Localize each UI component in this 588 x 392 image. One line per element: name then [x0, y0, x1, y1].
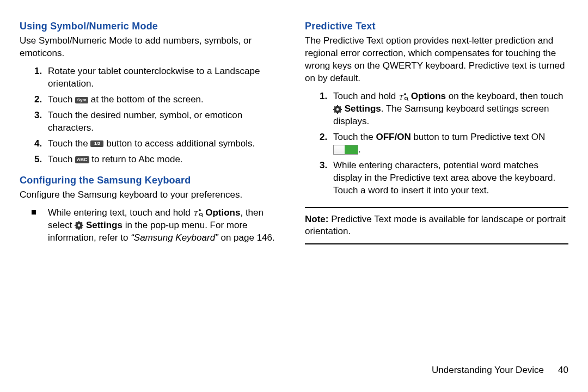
- step-5: Touch ABC to return to Abc mode.: [45, 154, 283, 166]
- steps-symbol-mode: Rotate your tablet counterclockwise to a…: [20, 65, 283, 166]
- step-5-text-b: to return to Abc mode.: [89, 154, 183, 164]
- step-4: Touch the 1/2 button to access additiona…: [45, 138, 283, 150]
- svg-rect-19: [337, 112, 338, 114]
- svg-rect-18: [337, 105, 338, 107]
- half-key-icon: 1/2: [90, 140, 103, 147]
- bullet-text-e: on page 146.: [218, 232, 275, 243]
- step-3: Touch the desired number, symbol, or emo…: [45, 109, 283, 134]
- svg-rect-21: [340, 109, 342, 110]
- note-body: Predictive Text mode is available for la…: [305, 214, 566, 237]
- options-label: Options: [411, 91, 446, 101]
- svg-rect-5: [78, 221, 79, 223]
- footer-section: Understanding Your Device: [432, 364, 544, 377]
- on-switch-icon: [333, 145, 358, 155]
- manual-page: Using Symbol/Numeric Mode Use Symbol/Num…: [0, 0, 588, 392]
- left-column: Using Symbol/Numeric Mode Use Symbol/Num…: [20, 20, 283, 360]
- settings-label: Settings: [86, 220, 122, 230]
- pt-s2-a: Touch the: [333, 132, 376, 142]
- svg-text:T: T: [194, 209, 198, 217]
- config-keyboard-bullets: While entering text, touch and hold T Op…: [20, 207, 283, 244]
- svg-point-14: [405, 97, 408, 100]
- settings-label: Settings: [345, 103, 381, 114]
- offon-label: OFF/ON: [376, 132, 411, 142]
- step-2-text-b: at the bottom of the screen.: [88, 94, 204, 105]
- svg-rect-20: [333, 109, 335, 110]
- note-label: Note:: [305, 214, 328, 224]
- pt-s2-c: .: [358, 144, 361, 155]
- svg-line-15: [407, 99, 408, 100]
- bullet-text-c: in the pop-up menu.: [122, 220, 210, 230]
- intro-predictive-text: The Predictive Text option provides next…: [305, 35, 568, 85]
- pt-step-3: While entering characters, potential wor…: [330, 160, 568, 197]
- heading-config-keyboard: Configuring the Samsung Keyboard: [20, 174, 283, 187]
- intro-config-keyboard: Configure the Samsung keyboard to your p…: [20, 189, 283, 201]
- svg-rect-7: [75, 225, 76, 226]
- svg-line-2: [201, 216, 203, 217]
- gear-icon: [75, 221, 83, 230]
- config-bullet: While entering text, touch and hold T Op…: [45, 207, 283, 244]
- svg-text:T: T: [399, 93, 403, 101]
- options-icon: T: [193, 209, 203, 217]
- right-column: Predictive Text The Predictive Text opti…: [305, 20, 568, 360]
- sym-key-icon: Sym: [75, 97, 88, 103]
- steps-predictive-text: Touch and hold T Options on the keyboard…: [305, 90, 568, 197]
- options-icon: T: [399, 93, 408, 101]
- step-4-text-b: button to access additional symbols.: [103, 138, 255, 149]
- heading-predictive-text: Predictive Text: [305, 20, 568, 33]
- options-label: Options: [205, 207, 240, 218]
- footer-page-number: 40: [558, 364, 568, 377]
- heading-symbol-mode: Using Symbol/Numeric Mode: [20, 20, 283, 33]
- note-block: Note: Predictive Text mode is available …: [305, 207, 568, 245]
- intro-symbol-mode: Use Symbol/Numeric Mode to add numbers, …: [20, 35, 283, 60]
- step-2: Touch Sym at the bottom of the screen.: [45, 94, 283, 106]
- bullet-text-a: While entering text, touch and hold: [48, 207, 193, 218]
- svg-point-1: [199, 213, 202, 216]
- svg-rect-6: [78, 228, 79, 230]
- svg-rect-8: [82, 225, 83, 226]
- pt-step-1: Touch and hold T Options on the keyboard…: [330, 90, 568, 128]
- page-footer: Understanding Your Device 40: [20, 360, 568, 377]
- pt-step-2: Touch the OFF/ON button to turn Predicti…: [330, 131, 568, 156]
- svg-point-4: [78, 224, 81, 227]
- step-2-text-a: Touch: [48, 94, 75, 105]
- pt-s1-b: on the keyboard, then touch: [446, 91, 564, 101]
- two-column-layout: Using Symbol/Numeric Mode Use Symbol/Num…: [20, 20, 568, 360]
- svg-point-17: [336, 108, 339, 111]
- gear-icon: [333, 105, 342, 114]
- step-1: Rotate your tablet counterclockwise to a…: [45, 65, 283, 90]
- step-4-text-a: Touch the: [48, 138, 90, 149]
- reference-link: “Samsung Keyboard”: [131, 232, 218, 243]
- pt-s1-a: Touch and hold: [333, 91, 399, 101]
- pt-s2-b: button to turn Predictive text ON: [411, 132, 546, 142]
- abc-key-icon: ABC: [75, 156, 89, 163]
- step-5-text-a: Touch: [48, 154, 75, 164]
